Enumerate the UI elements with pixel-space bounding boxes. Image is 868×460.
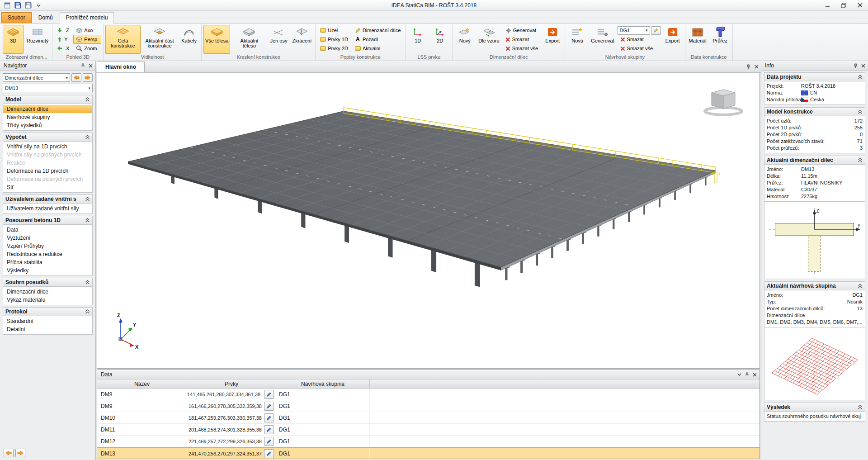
button-rozvinuty[interactable]: Rozvinutý bbox=[25, 25, 50, 54]
edit-row-button[interactable] bbox=[264, 402, 274, 411]
nav-item[interactable]: Data bbox=[3, 226, 92, 234]
section-header[interactable]: Uživatelem zadané vnitřní s bbox=[3, 194, 93, 204]
toggle-prvky-1d[interactable]: Prvky 1D bbox=[317, 35, 351, 44]
next-member-button[interactable] bbox=[83, 73, 93, 82]
table-row[interactable]: DM8 141,465,261,280,307,334,361,38... DG… bbox=[97, 389, 760, 400]
nav-item[interactable]: Síť bbox=[3, 183, 92, 191]
navigator-mode-combo[interactable]: Dimenzační dílec▾ bbox=[3, 73, 70, 82]
table-row[interactable]: DM13 241,470,256,270,297,324,351,37 DG1 bbox=[97, 447, 760, 459]
navigator-pin-icon[interactable] bbox=[80, 63, 86, 69]
button-smazat-vse-dilce[interactable]: Smazat vše bbox=[503, 44, 541, 53]
button-dle-vzoru[interactable]: Dle vzoru bbox=[476, 25, 501, 54]
column-header-prvky[interactable]: Prvky bbox=[187, 379, 276, 388]
button-prurez[interactable]: Průřez bbox=[710, 25, 731, 54]
data-pin-icon[interactable] bbox=[744, 372, 750, 378]
edit-row-button[interactable] bbox=[264, 390, 274, 399]
section-header[interactable]: Výpočet bbox=[3, 133, 93, 142]
viewport-close-icon[interactable] bbox=[754, 64, 759, 69]
table-row[interactable]: DM9 161,466,260,278,305,332,359,38 DG1 bbox=[97, 400, 760, 412]
section-header[interactable]: Aktuální návrhová skupina bbox=[764, 281, 865, 290]
nav-item[interactable]: Vnitřní síly na plošných prvcích bbox=[3, 151, 92, 159]
section-header[interactable]: Data projektu bbox=[764, 72, 865, 81]
toggle-prvky-2d[interactable]: Prvky 2D bbox=[317, 44, 351, 53]
nav-item[interactable]: Třídy výsledků bbox=[3, 121, 92, 129]
button-cela-konstrukce[interactable]: Celá konstrukce bbox=[105, 25, 141, 54]
close-button[interactable] bbox=[852, 0, 868, 10]
button-generovat-skupiny[interactable]: Generovat bbox=[589, 25, 616, 54]
toggle-pozadi[interactable]: APozadí bbox=[352, 35, 403, 44]
column-header-skupina[interactable]: Návrhová skupina bbox=[276, 379, 370, 388]
edit-row-button[interactable] bbox=[264, 437, 274, 446]
qat-customize-icon[interactable] bbox=[34, 1, 43, 9]
edit-group-button[interactable] bbox=[651, 26, 661, 35]
data-close-icon[interactable] bbox=[752, 372, 757, 377]
tab-hlavni-okno[interactable]: Hlavní okno bbox=[97, 62, 145, 72]
nav-item[interactable]: Návrhové skupiny bbox=[3, 113, 92, 121]
app-icon[interactable] bbox=[3, 1, 12, 9]
button-zoom[interactable]: Zoom bbox=[73, 44, 101, 53]
button-nova-skupina[interactable]: Nová bbox=[567, 25, 588, 54]
column-header-nazev[interactable]: Název bbox=[97, 379, 187, 388]
restore-button[interactable] bbox=[835, 0, 852, 10]
nav-item[interactable]: Uživatelem zadané vnitřní síly bbox=[3, 204, 92, 213]
button-kabely[interactable]: Kabely bbox=[179, 25, 199, 54]
button-vse-telesa[interactable]: Vše tělesa bbox=[203, 25, 230, 54]
nav-item[interactable]: Reakce bbox=[3, 159, 92, 167]
design-group-combo[interactable]: DG1▾ bbox=[618, 26, 650, 35]
info-close-icon[interactable] bbox=[861, 63, 866, 68]
prev-page-button[interactable] bbox=[4, 449, 14, 457]
section-header[interactable]: Aktuální dimenzační dílec bbox=[764, 156, 865, 165]
button-smazat-skupinu[interactable]: Smazat bbox=[618, 35, 661, 44]
nav-item[interactable]: Deformace na plošných prvcích bbox=[3, 175, 92, 183]
member-select-combo[interactable]: DM13▾ bbox=[3, 84, 93, 92]
nav-item[interactable]: Výsledky bbox=[3, 266, 92, 275]
button-novy-dilec[interactable]: Nový bbox=[454, 25, 475, 54]
button-material[interactable]: Materiál bbox=[687, 25, 708, 54]
nav-item[interactable]: Příčná stabilita bbox=[3, 258, 92, 266]
tab-domu[interactable]: Domů bbox=[32, 12, 59, 23]
button-generovat-dilce[interactable]: Generovat bbox=[503, 26, 541, 35]
save-icon[interactable] bbox=[13, 1, 22, 9]
table-row[interactable]: DM10 181,467,259,276,303,330,357,38 DG1 bbox=[97, 412, 760, 424]
button-aktualni-cast-konstrukce[interactable]: Aktuální část konstrukce bbox=[142, 25, 177, 54]
section-header[interactable]: Model konstrukce bbox=[764, 107, 865, 116]
table-row[interactable]: DM11 201,468,258,274,301,328,355,38 DG1 bbox=[97, 424, 760, 436]
nav-item[interactable]: Redistribuce a redukce bbox=[3, 250, 92, 258]
button-jen-osy[interactable]: Jen osy bbox=[268, 25, 289, 54]
toggle-aktualni[interactable]: Aktuální bbox=[352, 44, 403, 53]
main-viewport[interactable]: Z Y X bbox=[97, 73, 760, 369]
navigator-close-icon[interactable] bbox=[88, 63, 93, 68]
nav-item[interactable]: Detailní bbox=[3, 325, 92, 333]
button-view-minus-z[interactable]: -Z bbox=[54, 26, 72, 35]
viewport-pin-icon[interactable] bbox=[745, 64, 751, 70]
nav-item[interactable]: Standardní bbox=[3, 317, 92, 325]
nav-item[interactable]: Vzpěr/ Průhyby bbox=[3, 242, 92, 250]
nav-item[interactable]: Výkaz materiálu bbox=[3, 296, 92, 304]
data-caret-icon[interactable] bbox=[737, 373, 742, 376]
3d-scene[interactable]: Z Y X bbox=[97, 73, 760, 368]
edit-row-button[interactable] bbox=[264, 413, 274, 422]
button-view-y[interactable]: Y bbox=[54, 35, 72, 44]
nav-item[interactable]: Vnitřní síly na 1D prvcích bbox=[3, 142, 92, 151]
nav-item[interactable]: Dimenzační dílce bbox=[3, 288, 92, 296]
nav-item[interactable]: Dimenzační dílce bbox=[3, 105, 92, 113]
save-all-icon[interactable] bbox=[24, 1, 33, 9]
button-export-dilce[interactable]: Export bbox=[542, 25, 563, 54]
edit-row-button[interactable] bbox=[264, 449, 274, 458]
button-zkraceni[interactable]: Zkrácení bbox=[290, 25, 313, 54]
tab-soubor[interactable]: Soubor bbox=[1, 12, 32, 23]
button-lss-2d[interactable]: 2D bbox=[429, 25, 450, 54]
section-header[interactable]: Souhrn posudků bbox=[3, 278, 93, 287]
button-aktualni-teleso[interactable]: Aktuální těleso bbox=[231, 25, 267, 54]
minimize-button[interactable] bbox=[819, 0, 835, 10]
view-cube[interactable] bbox=[705, 90, 742, 115]
tab-prohlizec-modelu[interactable]: Prohlížeč modelu bbox=[60, 12, 114, 24]
next-page-button[interactable] bbox=[15, 449, 25, 457]
prev-member-button[interactable] bbox=[71, 73, 81, 82]
toggle-uzel[interactable]: Uzel bbox=[317, 26, 351, 35]
button-persp[interactable]: Persp. bbox=[73, 35, 101, 44]
table-row[interactable]: DM12 221,469,257,272,299,326,353,38 DG1 bbox=[97, 436, 760, 447]
nav-item[interactable]: Vyztužení bbox=[3, 234, 92, 242]
section-header[interactable]: Model bbox=[3, 95, 93, 104]
toggle-dimenzacni-dilce[interactable]: Dimenzační dílce bbox=[352, 26, 403, 35]
